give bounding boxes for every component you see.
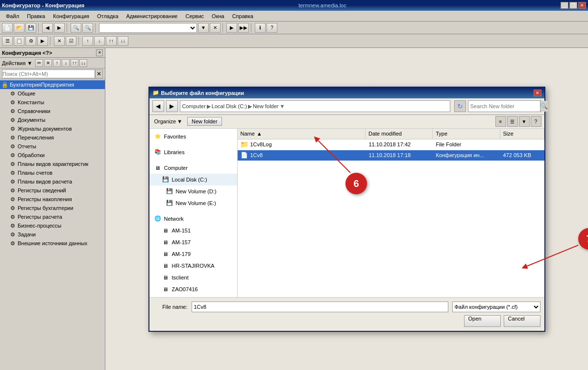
tree-item-chart-calc[interactable]: ⚙ Планы видов расчета	[0, 177, 105, 186]
open-btn[interactable]: 📂	[14, 23, 24, 33]
tree-item-directories[interactable]: ⚙ Справочники	[0, 107, 105, 116]
lp-btn2[interactable]: ✕	[44, 59, 52, 67]
tb2-btn3[interactable]: ⚙	[25, 36, 36, 46]
tb2-btn10[interactable]: ↓↓	[118, 36, 128, 46]
actions-dropdown[interactable]: Действия ▼	[2, 60, 32, 66]
lp-btn5[interactable]: ↑↑	[71, 59, 78, 67]
nav-favorites[interactable]: ⭐ Favorites	[149, 131, 237, 142]
search-clear-btn[interactable]: ✕	[95, 69, 103, 78]
menu-service[interactable]: Сервис	[181, 12, 208, 20]
fwd-nav-btn[interactable]: ▶	[166, 100, 178, 112]
tree-item-reports[interactable]: ⚙ Отчеты	[0, 142, 105, 151]
nav-am157[interactable]: 🖥 AM-157	[149, 236, 237, 248]
tree-item-info-regs[interactable]: ⚙ Регистры сведений	[0, 186, 105, 195]
run2-btn[interactable]: ▶▶	[238, 23, 249, 33]
open-file-btn[interactable]: Open	[464, 315, 501, 327]
nav-local-disk[interactable]: 💾 Local Disk (C:)	[149, 174, 237, 185]
find-btn[interactable]: 🔍	[71, 23, 81, 33]
tree-item-documents[interactable]: ⚙ Документы	[0, 116, 105, 124]
nav-am179[interactable]: 🖥 AM-179	[149, 248, 237, 260]
lp-btn3[interactable]: ↑	[53, 59, 61, 67]
tb2-btn8[interactable]: ↓	[94, 36, 105, 46]
info-btn[interactable]: ℹ	[255, 23, 266, 33]
restore-btn[interactable]: ❐	[569, 2, 577, 9]
filename-input[interactable]	[192, 301, 448, 312]
tree-item-enums[interactable]: ⚙ Перечисления	[0, 133, 105, 142]
cancel-btn[interactable]: Cancel	[504, 315, 540, 327]
close-btn[interactable]: ✕	[578, 2, 586, 9]
col-size-header[interactable]: Size	[500, 129, 544, 139]
view-details-btn[interactable]: ☰	[507, 116, 518, 127]
nav-zao[interactable]: 🖥 ZAO07416	[149, 283, 237, 295]
tree-item-root[interactable]: 🔒 БухгалтерияПредприятия	[0, 80, 105, 89]
menu-file[interactable]: Файл	[2, 12, 23, 20]
tb2-btn2[interactable]: 📋	[14, 36, 24, 46]
view-dropdown-btn[interactable]: ▼	[519, 116, 530, 127]
dialog-close-btn[interactable]: ✕	[534, 90, 541, 96]
menu-edit[interactable]: Правка	[23, 12, 49, 20]
breadcrumb-computer[interactable]: Computer	[182, 103, 206, 109]
help-btn[interactable]: ?	[267, 23, 277, 33]
lp-btn1[interactable]: ✏	[35, 59, 43, 67]
tb2-btn9[interactable]: ↑↑	[106, 36, 117, 46]
col-date-header[interactable]: Date modified	[366, 129, 433, 139]
organize-btn[interactable]: Organize ▼	[152, 117, 185, 125]
tb2-btn6[interactable]: ☑	[66, 36, 76, 46]
tree-item-tasks[interactable]: ⚙ Задачи	[0, 230, 105, 239]
new-folder-btn[interactable]: New folder	[187, 117, 222, 126]
minimize-btn[interactable]: _	[561, 2, 568, 9]
save-btn[interactable]: 💾	[25, 23, 36, 33]
tree-item-doc-journals[interactable]: ⚙ Журналы документов	[0, 124, 105, 133]
tb2-btn5[interactable]: ✕	[54, 36, 65, 46]
config-dropdown[interactable]	[99, 23, 197, 33]
menu-config[interactable]: Конфигурация	[49, 12, 93, 20]
tree-item-processing[interactable]: ⚙ Обработки	[0, 151, 105, 160]
search-submit-btn[interactable]: 🔍	[540, 101, 548, 112]
menu-help[interactable]: Справка	[228, 12, 257, 20]
panel-close-btn[interactable]: ✕	[96, 49, 103, 56]
col-type-header[interactable]: Type	[433, 129, 500, 139]
nav-new-volume-d[interactable]: 💾 New Volume (D:)	[149, 185, 237, 197]
run-btn[interactable]: ▶	[226, 23, 237, 33]
tree-item-general[interactable]: ⚙ Общие	[0, 89, 105, 98]
menu-admin[interactable]: Администрирование	[122, 12, 182, 20]
breadcrumb-newfolder[interactable]: New folder	[253, 103, 279, 109]
nav-tsclient[interactable]: 🖥 tsclient	[149, 272, 237, 283]
refresh-btn[interactable]: ↻	[454, 100, 466, 112]
tb2-btn1[interactable]: ☰	[2, 36, 13, 46]
tb2-btn7[interactable]: ↑	[82, 36, 93, 46]
fwd-btn[interactable]: ▶	[54, 23, 65, 33]
clear-btn[interactable]: ✕	[210, 23, 220, 33]
tree-item-constants[interactable]: ⚙ Константы	[0, 98, 105, 107]
tb2-btn4[interactable]: ▶	[37, 36, 48, 46]
nav-new-volume-e[interactable]: 💾 New Volume (E:)	[149, 197, 237, 209]
view-list-btn[interactable]: ≡	[495, 116, 506, 127]
back-nav-btn[interactable]: ◀	[152, 100, 164, 112]
menu-windows[interactable]: Окна	[208, 12, 228, 20]
nav-computer[interactable]: 🖥 Computer	[149, 162, 237, 174]
file-row-1cv8[interactable]: 📄 1Cv8 11.10.2018 17:18 Конфигурация ин.…	[238, 150, 544, 161]
tree-item-chart-chars[interactable]: ⚙ Планы видов характеристик	[0, 160, 105, 168]
back-btn[interactable]: ◀	[42, 23, 53, 33]
tree-item-ext-sources[interactable]: ⚙ Внешние источники данных	[0, 239, 105, 248]
help-icon-btn[interactable]: ?	[531, 116, 541, 127]
breadcrumb-localdisk[interactable]: Local Disk (C:)	[212, 103, 247, 109]
lp-btn6[interactable]: ↓↓	[79, 59, 87, 67]
tree-item-calc-regs[interactable]: ⚙ Регистры расчета	[0, 212, 105, 221]
file-row-1cv8log[interactable]: 📁 1Cv8Log 11.10.2018 17:42 File Folder	[238, 139, 544, 150]
nav-libraries[interactable]: 📚 Libraries	[149, 146, 237, 158]
search-input[interactable]	[2, 69, 95, 78]
tree-item-acc-regs[interactable]: ⚙ Регистры бухгалтерии	[0, 204, 105, 212]
nav-hr[interactable]: 🖥 HR-STAJIROVKA	[149, 260, 237, 272]
tree-item-accounts[interactable]: ⚙ Планы счетов	[0, 168, 105, 177]
menu-debug[interactable]: Отладка	[93, 12, 122, 20]
tree-item-accum-regs[interactable]: ⚙ Регистры накопления	[0, 195, 105, 204]
dialog-search-input[interactable]	[468, 103, 540, 109]
tree-item-biz-proc[interactable]: ⚙ Бизнес-процессы	[0, 221, 105, 230]
dropdown-btn[interactable]: ▼	[198, 23, 209, 33]
find2-btn[interactable]: 🔍	[82, 23, 93, 33]
filetype-combo[interactable]: Файл конфигурации (*.cf)	[452, 301, 540, 312]
col-name-header[interactable]: Name ▲	[238, 129, 366, 139]
new-btn[interactable]: 📄	[2, 23, 13, 33]
nav-network[interactable]: 🌐 Network	[149, 213, 237, 225]
